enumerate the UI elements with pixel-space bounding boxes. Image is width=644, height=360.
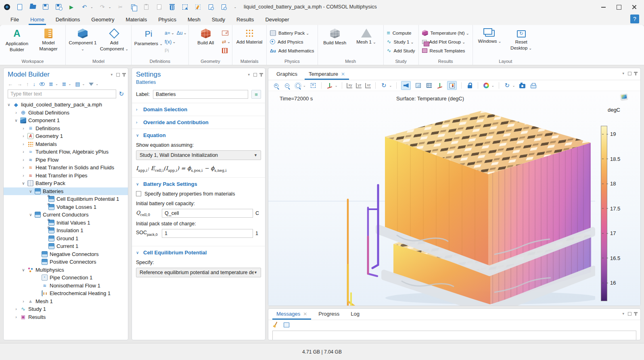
appearance-icon[interactable] <box>483 82 490 89</box>
messages-output[interactable] <box>272 331 636 340</box>
tab-progress[interactable]: Progress <box>314 308 344 320</box>
study-1-button[interactable]: ∿ Study 1 <box>385 38 417 45</box>
section-header-domain-selection[interactable]: › Domain Selection <box>132 103 265 116</box>
model-tree-node-text-icon[interactable]: ▤ <box>75 81 80 87</box>
comsol-logo-icon[interactable] <box>3 3 10 10</box>
specify-from-materials-checkbox[interactable] <box>136 191 141 196</box>
tree-item-battery-pack[interactable]: ∨Battery Pack <box>4 179 128 187</box>
tab-graphics[interactable]: Graphics <box>272 69 302 80</box>
update-dropdown-icon[interactable]: ⌄ <box>512 84 515 87</box>
collapse-all-icon[interactable]: ≣ <box>49 81 53 87</box>
toolbar-overflow-icon[interactable]: ⌄ <box>234 5 236 9</box>
forward-icon[interactable]: → <box>17 81 22 87</box>
tab-temperature[interactable]: Temperature✕ <box>304 69 350 80</box>
zoom-out-icon[interactable]: − <box>283 82 291 89</box>
result-templates-button[interactable]: Result Templates <box>420 47 471 54</box>
tree-item-heat-transfer-pipes[interactable]: ›Heat Transfer in Pipes <box>4 172 128 180</box>
default-view-icon[interactable] <box>326 82 333 89</box>
tab-close-icon[interactable]: ✕ <box>303 311 307 317</box>
tree-item-heat-transfer-solids-fluids[interactable]: ›Heat Transfer in Solids and Fluids <box>4 164 128 172</box>
variables-button[interactable]: a= <box>165 29 176 36</box>
tree-item-positive-connectors[interactable]: ›Positive Connectors <box>4 258 128 266</box>
section-header-override[interactable]: › Override and Contribution <box>132 116 265 129</box>
add-plot-group-button[interactable]: Add Plot Group <box>420 38 471 45</box>
rename-button[interactable] <box>251 90 261 99</box>
filter-input[interactable] <box>8 89 116 98</box>
find-replace-icon[interactable] <box>220 3 227 10</box>
print-icon[interactable] <box>530 82 537 89</box>
tree-item-study-1[interactable]: ›Study 1 <box>4 305 128 313</box>
copy-icon[interactable] <box>130 3 137 10</box>
perspective-icon[interactable] <box>414 82 422 89</box>
tab-close-icon[interactable]: ✕ <box>341 71 345 77</box>
find-icon[interactable] <box>207 3 214 10</box>
equation-assuming-dropdown[interactable]: Study 1, Wall Distance Initialization ▼ <box>136 150 261 160</box>
pin-panel-icon[interactable] <box>261 73 262 77</box>
clear-messages-icon[interactable] <box>272 322 279 328</box>
float-panel-icon[interactable] <box>116 73 120 77</box>
run-icon[interactable]: ▶ <box>68 3 75 10</box>
float-panel-icon[interactable] <box>628 72 631 75</box>
functions-button[interactable]: f(x) <box>165 38 176 45</box>
show-icon[interactable] <box>40 82 45 86</box>
tree-item-definitions[interactable]: ›Definitions <box>4 125 128 133</box>
grid-icon[interactable] <box>425 82 433 89</box>
snapshot-icon[interactable] <box>519 82 526 89</box>
section-header-battery-pack-settings[interactable]: ∨ Battery Pack Settings <box>132 178 265 190</box>
rebuild-button[interactable]: ⇄ <box>222 38 230 45</box>
undo-dropdown-icon[interactable]: ⌄ <box>90 5 93 9</box>
axes-icon[interactable] <box>436 82 443 89</box>
view-xz-icon[interactable]: xz <box>365 83 371 88</box>
panel-menu-icon[interactable]: ▾ <box>622 312 624 316</box>
tree-item-component-1[interactable]: ∨Component 1 <box>4 117 128 125</box>
clear-selection-icon[interactable] <box>194 3 201 10</box>
view-dropdown-icon[interactable]: ⌄ <box>335 84 338 87</box>
tab-geometry[interactable]: Geometry <box>86 15 119 24</box>
compute-button[interactable]: = Compute <box>385 29 417 36</box>
section-header-equation[interactable]: ∨ Equation <box>132 129 265 142</box>
add-material-button[interactable]: Add Material <box>234 27 265 45</box>
refresh-icon[interactable]: ↻ <box>119 90 124 98</box>
tab-developer[interactable]: Developer <box>260 15 294 24</box>
reset-desktop-button[interactable]: ↻ Reset Desktop <box>506 27 537 51</box>
component-1-button[interactable]: Component 1 <box>67 27 98 52</box>
specify-dropdown[interactable]: Reference equilibrium potential and temp… <box>136 268 261 277</box>
tab-file[interactable]: File <box>6 15 24 24</box>
color-legend-toggle[interactable] <box>447 81 457 90</box>
view-xy-icon[interactable]: xy <box>347 83 352 88</box>
cut-icon[interactable]: ✂ <box>117 3 124 10</box>
tab-mesh[interactable]: Mesh <box>183 15 205 24</box>
tree-item-pipe-connection-1[interactable]: ›Pipe Connection 1 <box>4 274 128 282</box>
help-button[interactable]: ? <box>630 15 639 23</box>
tree-item-electrochemical-heating-1[interactable]: ›Electrochemical Heating 1 <box>4 289 128 298</box>
float-panel-icon[interactable] <box>628 312 631 316</box>
tab-definitions[interactable]: Definitions <box>51 15 85 24</box>
tree-item-mesh-1[interactable]: ›Mesh 1 <box>4 298 128 306</box>
tree-item-negative-connectors[interactable]: ›Negative Connectors <box>4 250 128 258</box>
update-plot-icon[interactable]: ↻ <box>504 82 511 89</box>
battery-pack-button[interactable]: Battery Pack <box>268 29 316 36</box>
back-icon[interactable]: ← <box>8 81 13 87</box>
rotate-dropdown-icon[interactable]: ⌄ <box>389 84 392 87</box>
nonlocal-couplings-button[interactable]: Δu <box>177 29 187 36</box>
mesh-1-button[interactable]: Mesh 1 <box>351 27 382 45</box>
pin-panel-icon[interactable] <box>123 73 125 77</box>
paste-icon[interactable] <box>142 3 150 10</box>
pin-panel-icon[interactable] <box>635 312 636 316</box>
tab-materials[interactable]: Materials <box>121 15 152 24</box>
panel-menu-icon[interactable]: ▾ <box>248 73 250 77</box>
tree-item-pipe-flow[interactable]: ›Pipe Flow <box>4 156 128 164</box>
add-physics-button[interactable]: Add Physics <box>268 38 316 45</box>
move-up-icon[interactable]: ↑ <box>26 81 29 87</box>
maximize-button[interactable] <box>617 4 621 9</box>
import-geometry-button[interactable] <box>222 29 230 36</box>
scene-light-toggle[interactable] <box>401 81 411 90</box>
plot-area[interactable]: Time=72000 s Surface: Temperature (degC)… <box>268 92 640 306</box>
move-down-icon[interactable]: ↓ <box>33 81 36 87</box>
build-all-button[interactable]: Build All <box>190 27 221 46</box>
open-file-icon[interactable] <box>29 3 36 10</box>
zoom-in-icon[interactable]: + <box>272 82 280 89</box>
delete-icon[interactable] <box>168 3 176 10</box>
model-manager-button[interactable]: Model Manager <box>33 27 64 52</box>
collapse-all-dropdown-icon[interactable]: ⌄ <box>55 82 58 86</box>
